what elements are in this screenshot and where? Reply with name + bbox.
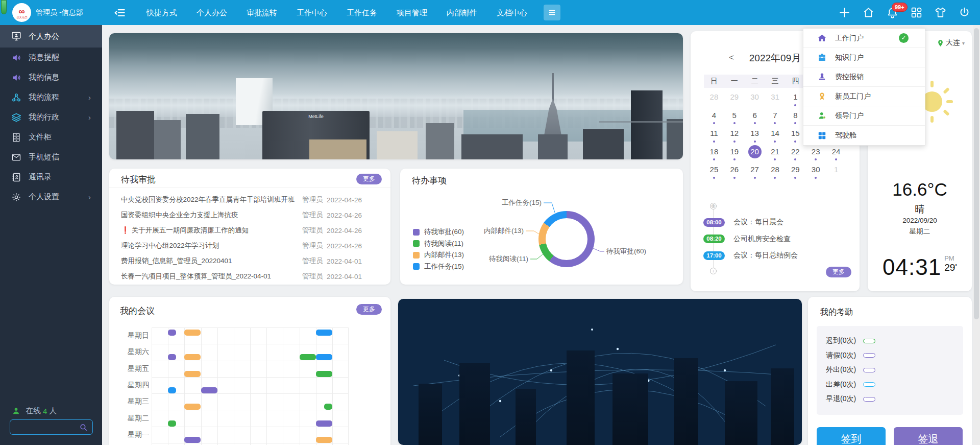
approvals-more-button[interactable]: 更多 — [356, 174, 382, 184]
top-nav-item-6[interactable]: 项目管理 — [387, 0, 437, 25]
calendar-day[interactable]: 7 — [765, 107, 786, 126]
calendar-day[interactable]: 6 — [745, 107, 765, 126]
gantt-bar[interactable] — [316, 420, 332, 427]
city-selector[interactable]: 大连 ▾ — [937, 38, 965, 48]
gantt-bar[interactable] — [316, 354, 332, 360]
calendar-day[interactable]: 12 — [724, 125, 745, 144]
calendar-day[interactable]: 26 — [724, 161, 745, 180]
sidebar-item-7[interactable]: 手机短信 — [0, 147, 102, 167]
timeline-event[interactable]: 08:00会议：每日晨会 — [703, 218, 783, 227]
check-in-button[interactable]: 签到 — [817, 427, 886, 445]
calendar-day[interactable]: 14 — [765, 125, 786, 144]
top-nav-item-5[interactable]: 工作任务 — [337, 0, 387, 25]
check-out-button[interactable]: 签退 — [894, 427, 963, 445]
calendar-day[interactable]: 4 — [704, 107, 724, 126]
theme-shirt-icon[interactable] — [934, 6, 947, 19]
calendar-day[interactable]: 29 — [785, 161, 805, 180]
calendar-day[interactable]: 21 — [765, 144, 786, 162]
logout-power-icon[interactable] — [958, 6, 971, 19]
top-nav-item-1[interactable]: 快捷方式 — [137, 0, 187, 25]
meetings-more-button[interactable]: 更多 — [356, 304, 382, 315]
gantt-bar[interactable] — [184, 330, 201, 336]
gantt-bar[interactable] — [316, 437, 332, 443]
legend-item[interactable]: 待我审批(60) — [413, 227, 464, 237]
gantt-bar[interactable] — [324, 404, 332, 410]
sidebar-search-input[interactable] — [10, 424, 79, 431]
calendar-day[interactable]: 23 — [805, 144, 826, 162]
gantt-bar[interactable] — [184, 354, 201, 360]
calendar-day[interactable]: 30 — [745, 89, 765, 107]
add-icon[interactable] — [838, 6, 851, 19]
gantt-bar[interactable] — [168, 420, 176, 427]
portal-menu-item-5[interactable]: 领导门户 — [803, 106, 925, 126]
approval-row[interactable]: 费用报销_信息部_管理员_20220401管理员2022-04-01 — [109, 253, 390, 269]
todo-donut-chart[interactable] — [538, 211, 595, 267]
nav-more-button[interactable] — [544, 5, 560, 20]
legend-item[interactable]: 工作任务(15) — [413, 262, 464, 271]
calendar-day[interactable]: 18 — [704, 144, 724, 162]
gantt-bar[interactable] — [300, 354, 316, 360]
calendar-day[interactable]: 19 — [724, 144, 745, 162]
timeline-event[interactable]: 08:20公司机房安全检查 — [703, 235, 791, 244]
top-nav-item-7[interactable]: 内部邮件 — [437, 0, 487, 25]
sidebar-item-4[interactable]: 我的流程› — [0, 87, 102, 107]
sidebar-item-8[interactable]: 通讯录 — [0, 167, 102, 187]
calendar-prev-icon[interactable]: < — [729, 53, 734, 63]
portal-menu-item-1[interactable]: 工作门户✓ — [803, 29, 925, 48]
gantt-bar[interactable] — [316, 330, 332, 336]
top-nav-item-4[interactable]: 工作中心 — [287, 0, 337, 25]
sidebar-item-2[interactable]: 消息提醒 — [0, 48, 102, 67]
portal-menu-item-2[interactable]: 知识门户 — [803, 48, 925, 67]
gantt-bar[interactable] — [184, 371, 201, 377]
gantt-bar[interactable] — [201, 387, 217, 393]
approval-row[interactable]: 理论学习中心组2022年学习计划管理员2022-04-26 — [109, 238, 390, 253]
approval-row[interactable]: ❗关于开展五一期间廉政清廉工作的通知管理员2022-04-26 — [109, 223, 390, 238]
top-nav-item-2[interactable]: 个人办公 — [187, 0, 237, 25]
home-icon[interactable] — [862, 6, 875, 19]
calendar-more-button[interactable]: 更多 — [826, 267, 851, 277]
portal-menu-item-4[interactable]: 新员工门户 — [803, 87, 925, 106]
gantt-bar[interactable] — [168, 387, 176, 393]
sidebar-item-6[interactable]: 文件柜 — [0, 127, 102, 147]
calendar-day[interactable]: 11 — [704, 125, 724, 144]
gantt-bar[interactable] — [168, 354, 176, 360]
calendar-day[interactable]: 31 — [765, 89, 786, 107]
calendar-day[interactable]: 20 — [745, 144, 765, 162]
calendar-day[interactable]: 5 — [724, 107, 745, 126]
calendar-day[interactable]: 22 — [785, 144, 805, 162]
sidebar-item-1[interactable]: 个人办公 — [0, 25, 102, 48]
scrollbar-thumb[interactable] — [974, 28, 979, 319]
app-logo-icon[interactable]: ∞ 华天动力 — [12, 3, 31, 22]
top-nav-item-8[interactable]: 文档中心 — [487, 0, 537, 25]
calendar-day[interactable]: 25 — [704, 161, 724, 180]
calendar-day[interactable]: 29 — [724, 89, 745, 107]
notifications-bell-icon[interactable]: 99+ — [886, 6, 899, 19]
calendar-day[interactable]: 13 — [745, 125, 765, 144]
legend-item[interactable]: 内部邮件(13) — [413, 250, 464, 260]
calendar-day[interactable]: 30 — [805, 161, 826, 180]
approval-row[interactable]: 国资委组织中央企业全力支援上海抗疫管理员2022-04-26 — [109, 207, 390, 223]
gantt-bar[interactable] — [184, 404, 201, 410]
top-nav-item-3[interactable]: 审批流转 — [237, 0, 287, 25]
search-icon[interactable] — [79, 423, 88, 432]
calendar-day[interactable]: 27 — [745, 161, 765, 180]
approval-row[interactable]: 中央党校国资委分校2022年春季直属青年干部培训班开班管理员2022-04-26 — [109, 192, 390, 207]
portal-apps-icon[interactable] — [910, 6, 923, 19]
sidebar-item-5[interactable]: 我的行政› — [0, 107, 102, 127]
gantt-bar[interactable] — [184, 437, 201, 443]
approval-row[interactable]: 长春一汽项目项目_整体预算_管理员_2022-04-01管理员2022-04-0… — [109, 269, 390, 284]
gantt-bar[interactable] — [316, 371, 332, 377]
page-scrollbar[interactable] — [973, 25, 980, 445]
calendar-day[interactable]: 28 — [704, 89, 724, 107]
legend-item[interactable]: 待我阅读(11) — [413, 239, 463, 248]
sidebar-collapse-icon[interactable] — [113, 6, 127, 19]
sidebar-item-3[interactable]: 我的信息 — [0, 67, 102, 87]
timeline-event[interactable]: 17:00会议：每日总结例会 — [703, 251, 798, 260]
gantt-bar[interactable] — [168, 330, 176, 336]
sidebar-item-9[interactable]: 个人设置› — [0, 187, 102, 207]
portal-menu-item-6[interactable]: 驾驶舱 — [803, 126, 925, 145]
calendar-day[interactable]: 24 — [826, 144, 846, 162]
calendar-day[interactable]: 1 — [826, 161, 846, 180]
portal-menu-item-3[interactable]: 费控报销 — [803, 67, 925, 87]
calendar-day[interactable]: 28 — [765, 161, 786, 180]
